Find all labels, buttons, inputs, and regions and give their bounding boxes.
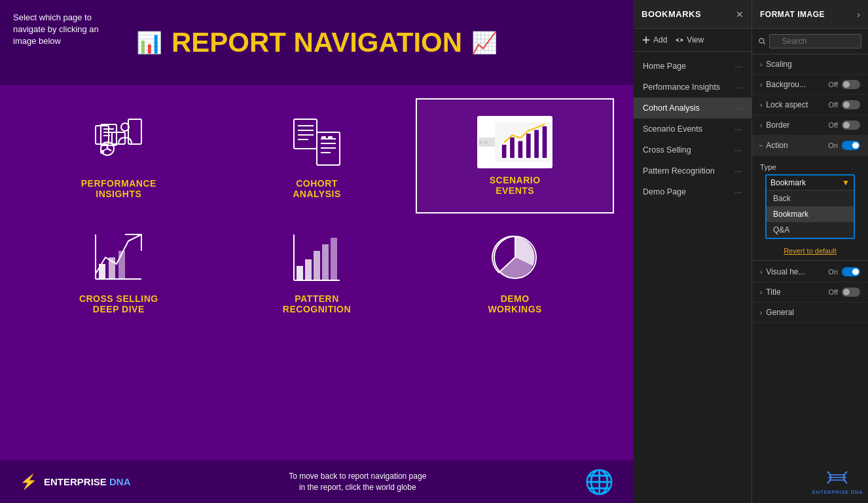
svg-rect-26 — [517, 140, 523, 158]
svg-rect-34 — [118, 251, 125, 279]
bookmarks-header: BOOKMARKS ✕ — [634, 0, 751, 29]
bookmark-cross-selling[interactable]: Cross Selling ··· — [634, 140, 751, 160]
format-section-title[interactable]: › Title Off — [752, 282, 868, 303]
svg-rect-41 — [331, 238, 337, 280]
background-toggle[interactable] — [842, 80, 860, 89]
demo-workings-icon — [479, 228, 551, 287]
brand-icon: ⚡ — [20, 474, 37, 491]
svg-rect-24 — [501, 144, 507, 159]
type-option-bookmark[interactable]: Bookmark — [767, 206, 854, 222]
view-bookmark-button[interactable]: View — [675, 35, 704, 45]
add-bookmark-button[interactable]: Add — [642, 35, 667, 45]
visual-header-value: On — [828, 268, 838, 276]
bookmark-performance-insights[interactable]: Performance Insights ··· — [634, 77, 751, 98]
svg-rect-22 — [321, 136, 326, 140]
footer-note: To move back to report navigation page i… — [285, 471, 429, 493]
format-section-visual-header[interactable]: › Visual he... On — [752, 262, 868, 282]
nav-item-performance-insights[interactable]: PERFORMANCEINSIGHTS — [20, 98, 218, 214]
visual-header-toggle[interactable] — [842, 267, 860, 276]
search-icon — [759, 37, 765, 45]
action-label: Action — [766, 141, 828, 150]
svg-line-47 — [763, 43, 765, 45]
svg-rect-27 — [525, 133, 531, 158]
border-label: Border — [766, 121, 828, 130]
bookmarks-panel: BOOKMARKS ✕ Add View Home Page ··· Perfo… — [634, 0, 751, 503]
format-section-border[interactable]: › Border Off — [752, 115, 868, 136]
border-value: Off — [829, 121, 838, 129]
format-section-lock-aspect[interactable]: › Lock aspect Off — [752, 95, 868, 115]
report-instruction: Select which page to navigate by clickin… — [13, 12, 105, 48]
format-section-scaling[interactable]: › Scaling — [752, 54, 868, 75]
report-header: Select which page to navigate by clickin… — [0, 0, 634, 85]
report-title: REPORT NAVIGATION — [172, 28, 462, 58]
nav-item-pattern-recognition[interactable]: PATTERNRECOGNITION — [218, 214, 416, 329]
bookmarks-close-button[interactable]: ✕ — [736, 9, 744, 20]
chevron-right-icon: › — [760, 61, 762, 68]
eye-icon — [675, 35, 684, 45]
action-toggle[interactable] — [842, 141, 860, 150]
globe-icon[interactable]: 🌐 — [585, 468, 614, 496]
svg-point-45 — [678, 39, 681, 41]
type-row: Type — [760, 160, 860, 174]
nav-item-label-performance: PERFORMANCEINSIGHTS — [81, 178, 156, 199]
dna-text: ENTERPRISE DNA — [812, 489, 863, 495]
nav-grid: PERFORMANCEINSIGHTS — [0, 92, 634, 335]
chart-icon: 📊 — [136, 30, 162, 55]
report-footer: ⚡ ENTERPRISE DNA To move back to report … — [0, 460, 634, 503]
cross-selling-icon — [82, 228, 154, 287]
bookmark-scenario-events[interactable]: Scenario Events ··· — [634, 119, 751, 140]
svg-rect-38 — [305, 259, 312, 280]
bookmark-cohort-analysis[interactable]: Cohort Analysis ··· — [634, 98, 751, 119]
format-section-action[interactable]: › Action On — [752, 136, 868, 156]
type-option-back[interactable]: Back — [767, 191, 854, 206]
svg-rect-23 — [328, 136, 333, 140]
dna-logo-icon — [824, 468, 850, 487]
background-label: Backgrou... — [766, 80, 828, 89]
revert-to-default-link[interactable]: Revert to default — [760, 243, 860, 259]
chevron-right-icon: › — [760, 102, 762, 109]
lock-aspect-value: Off — [829, 101, 838, 109]
bookmarks-title: BOOKMARKS — [642, 9, 701, 19]
report-title-block: 📊 REPORT NAVIGATION 📈 — [136, 28, 497, 58]
title-toggle[interactable] — [842, 288, 860, 297]
svg-rect-44 — [643, 39, 650, 41]
lock-aspect-toggle[interactable] — [842, 100, 860, 109]
performance-insights-icon — [82, 113, 154, 172]
svg-rect-29 — [541, 126, 547, 159]
nav-item-label-cross-selling: CROSS SELLINGDEEP DIVE — [79, 293, 158, 314]
scaling-label: Scaling — [766, 60, 860, 69]
nav-item-cross-selling[interactable]: CROSS SELLINGDEEP DIVE — [20, 214, 218, 329]
format-search-bar[interactable] — [752, 29, 868, 54]
brand-text: ENTERPRISE DNA — [44, 476, 131, 487]
chevron-right-icon: › — [760, 269, 762, 276]
format-section-general[interactable]: › General — [752, 303, 868, 323]
format-section-background[interactable]: › Backgrou... Off — [752, 75, 868, 95]
dna-logo-area: ENTERPRISE DNA — [812, 468, 863, 495]
visual-header-label: Visual he... — [766, 267, 828, 276]
nav-item-cohort-analysis[interactable]: COHORTANALYSIS — [218, 98, 416, 214]
title-section-label: Title — [766, 288, 828, 297]
format-search-input[interactable] — [769, 34, 861, 48]
type-select-current[interactable]: Bookmark ▼ — [767, 176, 854, 191]
bookmark-demo-page[interactable]: Demo Page ··· — [634, 181, 751, 202]
action-value: On — [828, 141, 838, 149]
svg-rect-25 — [509, 137, 515, 159]
bookmark-home-page[interactable]: Home Page ··· — [634, 56, 751, 77]
bookmark-pattern-recognition[interactable]: Pattern Recognition ··· — [634, 160, 751, 181]
action-expanded-content: Type Bookmark ▼ Back Bookmark Q&A Revert… — [752, 156, 868, 259]
nav-item-scenario-events[interactable]: SCENARIOEVENTS — [416, 98, 614, 214]
svg-rect-32 — [99, 264, 105, 279]
chevron-right-icon: › — [760, 122, 762, 129]
add-icon — [642, 35, 651, 45]
border-toggle[interactable] — [842, 121, 860, 130]
svg-rect-39 — [314, 251, 320, 280]
type-label: Type — [760, 163, 776, 171]
nav-item-demo-workings[interactable]: DEMOWORKINGS — [416, 214, 614, 329]
type-dropdown[interactable]: Bookmark ▼ Back Bookmark Q&A — [765, 174, 855, 239]
bookmarks-list: Home Page ··· Performance Insights ··· C… — [634, 52, 751, 503]
nav-item-label-demo: DEMOWORKINGS — [488, 293, 542, 314]
format-panel-bottom: ENTERPRISE DNA — [752, 323, 868, 503]
svg-rect-28 — [533, 129, 539, 158]
format-nav-arrow[interactable]: › — [857, 9, 860, 20]
type-option-qa[interactable]: Q&A — [767, 222, 854, 238]
